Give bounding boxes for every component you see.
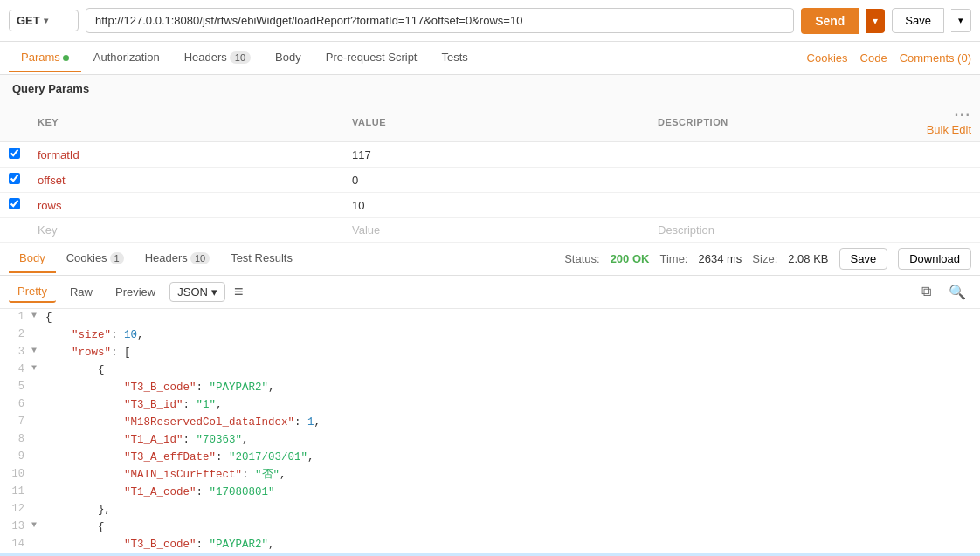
url-input[interactable] [86,8,794,33]
line-number: 9 [0,449,31,465]
method-label: GET [17,14,40,27]
placeholder-key: Key [29,218,343,243]
line-content: "T3_B_id": "1", [44,396,980,414]
line-number: 6 [0,396,31,413]
tab-prerequest[interactable]: Pre-request Script [314,44,430,72]
table-row: formatId 117 [0,142,980,168]
tab-body[interactable]: Body [263,44,314,72]
code-line: 9 "T3_A_effDate": "2017/03/01", [0,449,980,466]
row-checkbox-cell [0,142,29,168]
search-icon[interactable]: 🔍 [943,282,971,302]
method-select[interactable]: GET ▾ [9,10,79,31]
tab-prerequest-label: Pre-request Script [326,51,418,64]
row-value-2: 10 [343,193,649,218]
line-content: "T1_A_id": "70363", [44,431,980,449]
row-checkbox-cell [0,193,29,218]
save-dropdown-button[interactable]: ▾ [951,9,971,32]
line-content: { [44,518,980,536]
line-arrow[interactable]: ▼ [31,309,44,323]
row-checkbox-1[interactable] [9,173,20,184]
code-line: 13▼ { [0,518,980,536]
cookies-link[interactable]: Cookies [807,51,848,65]
time-label: Time: [659,252,687,265]
code-line: 3▼ "rows": [ [0,344,980,361]
code-line: 14 "T3_B_code": "PAYPAR2", [0,536,980,553]
body-tab-test-results[interactable]: Test Results [220,244,303,273]
code-line: 7 "M18ReservedCol_dataIndex": 1, [0,414,980,431]
method-caret-icon: ▾ [44,16,48,25]
send-dropdown-button[interactable]: ▾ [866,9,885,33]
wrap-icon[interactable]: ≡ [234,283,244,301]
line-number: 7 [0,414,31,430]
code-line: 6 "T3_B_id": "1", [0,396,980,414]
line-number: 8 [0,431,31,448]
save-button[interactable]: Save [892,8,944,33]
row-checkbox-0[interactable] [9,148,20,159]
placeholder-desc: Description [649,218,910,243]
format-type-select[interactable]: JSON ▾ [169,282,225,302]
tabs-right: Cookies Code Comments (0) [807,51,971,65]
line-content: { [44,309,980,326]
tab-headers-label: Headers [184,51,227,64]
format-type-label: JSON [177,285,208,299]
body-tab-body-label: Body [19,251,45,264]
row-value-0: 117 [343,142,649,168]
code-line: 2 "size": 10, [0,326,980,344]
three-dots-icon[interactable]: ··· [955,107,971,122]
th-checkbox [0,102,29,142]
body-tab-cookies[interactable]: Cookies1 [56,244,135,273]
code-viewer[interactable]: 1▼{2 "size": 10,3▼ "rows": [4▼ {5 "T3_B_… [0,309,980,556]
resp-headers-badge: 10 [190,252,210,264]
line-number: 2 [0,326,31,343]
line-content: "rows": [ [44,344,980,361]
line-number: 13 [0,518,31,535]
row-desc-1 [649,168,910,193]
comments-link[interactable]: Comments (0) [900,51,971,65]
row-checkbox-2[interactable] [9,198,20,209]
format-bar: Pretty Raw Preview JSON ▾ ≡ ⧉ 🔍 [0,276,980,309]
body-tab-headers-label: Headers [145,251,188,264]
format-preview[interactable]: Preview [107,282,164,302]
line-number: 4 [0,361,31,378]
send-button[interactable]: Send [801,8,859,34]
th-description: DESCRIPTION [649,102,910,142]
line-arrow[interactable]: ▼ [31,361,44,375]
line-content: "M18ReservedCol_dataIndex": 1, [44,414,980,431]
table-row: offset 0 [0,168,980,193]
row-desc-2 [649,193,910,218]
tab-authorization[interactable]: Authorization [81,44,172,72]
line-arrow[interactable]: ▼ [31,518,44,532]
format-raw[interactable]: Raw [61,282,101,302]
section-header: Query Params [0,75,980,102]
tab-params[interactable]: Params [9,44,81,72]
code-line: 1▼{ [0,309,980,326]
line-number: 3 [0,344,31,360]
line-number: 11 [0,484,31,500]
body-tab-headers[interactable]: Headers10 [135,244,220,273]
tab-headers[interactable]: Headers10 [172,44,263,72]
save-response-button[interactable]: Save [839,248,888,270]
line-number: 5 [0,379,31,395]
code-link[interactable]: Code [860,51,887,65]
body-tab-test-label: Test Results [231,251,293,264]
line-number: 1 [0,309,31,326]
line-arrow[interactable]: ▼ [31,344,44,358]
params-dot [63,55,69,61]
format-pretty[interactable]: Pretty [9,281,56,303]
cookies-badge: 1 [110,252,124,264]
tab-tests-label: Tests [441,51,467,64]
bulk-edit-button[interactable]: Bulk Edit [927,123,971,136]
line-content: "MAIN_isCurEffect": "否", [44,466,980,484]
copy-icon[interactable]: ⧉ [916,282,936,302]
line-number: 12 [0,501,31,518]
request-tabs: Params Authorization Headers10 Body Pre-… [0,42,980,75]
row-actions-2 [910,193,980,218]
code-line: 10 "MAIN_isCurEffect": "否", [0,466,980,484]
tab-tests[interactable]: Tests [429,44,480,72]
download-button[interactable]: Download [898,248,971,270]
line-content: "T3_A_effDate": "2017/03/01", [44,449,980,466]
row-actions-0 [910,142,980,168]
line-content: "T1_A_code": "17080801" [44,484,980,501]
section-title: Query Params [12,82,89,95]
body-tab-body[interactable]: Body [9,244,56,273]
